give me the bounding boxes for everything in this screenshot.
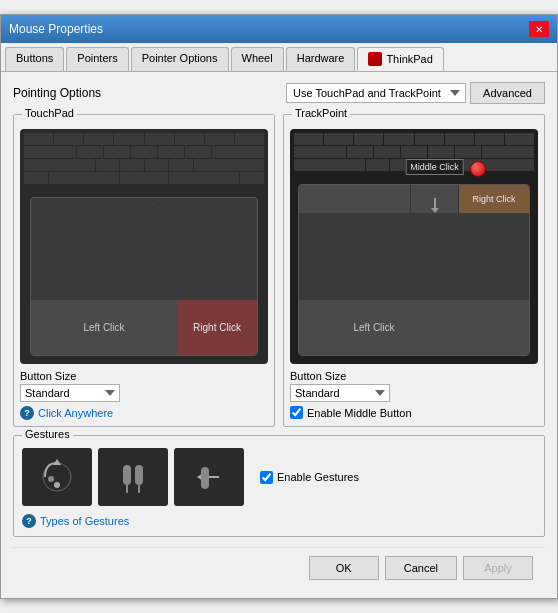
tab-pointer-options[interactable]: Pointer Options bbox=[131, 47, 229, 71]
trackpoint-button-size-row: Button Size bbox=[290, 370, 538, 382]
tab-thinkpad[interactable]: ThinkPad bbox=[357, 47, 443, 71]
apply-button[interactable]: Apply bbox=[463, 556, 533, 580]
trackpoint-bottom-buttons: Left Click bbox=[299, 300, 529, 355]
enable-middle-label: Enable Middle Button bbox=[307, 407, 412, 419]
pointing-options-row: Pointing Options Use TouchPad and TrackP… bbox=[13, 82, 545, 104]
svg-rect-4 bbox=[123, 465, 131, 485]
trackpoint-title: TrackPoint bbox=[292, 107, 350, 119]
svg-point-2 bbox=[54, 482, 60, 488]
enable-gestures-checkbox[interactable] bbox=[260, 471, 273, 484]
gesture-icon-swipe bbox=[174, 448, 244, 506]
trackpoint-visual: Middle Click Right Click bbox=[290, 129, 538, 364]
tab-hardware[interactable]: Hardware bbox=[286, 47, 356, 71]
pointing-options-select-row: Use TouchPad and TrackPoint Advanced bbox=[286, 82, 545, 104]
touchpad-surface: · · · · · · · Left Click Right Click bbox=[30, 197, 258, 356]
gestures-enable-section: Enable Gestures bbox=[250, 471, 359, 484]
advanced-button[interactable]: Advanced bbox=[470, 82, 545, 104]
svg-rect-7 bbox=[201, 467, 209, 489]
middle-click-label: Middle Click bbox=[405, 159, 464, 175]
enable-middle-checkbox[interactable] bbox=[290, 406, 303, 419]
gestures-help-icon[interactable]: ? bbox=[22, 514, 36, 528]
pointing-options-select[interactable]: Use TouchPad and TrackPoint bbox=[286, 83, 466, 103]
keyboard-sim bbox=[20, 129, 268, 189]
close-button[interactable]: ✕ bbox=[529, 21, 549, 37]
gesture-icon-rotate bbox=[22, 448, 92, 506]
trackpoint-right-button[interactable] bbox=[449, 300, 529, 355]
gestures-content: Enable Gestures bbox=[22, 448, 536, 506]
trackpoint-dots: · · · · · · · bbox=[299, 213, 529, 226]
ok-button[interactable]: OK bbox=[309, 556, 379, 580]
bottom-buttons: OK Cancel Apply bbox=[13, 547, 545, 588]
touchpad-button-size-label: Button Size bbox=[20, 370, 76, 382]
touchpad-dots: · · · · · · · bbox=[31, 201, 257, 208]
thinkpad-icon bbox=[368, 52, 382, 66]
touchpad-right-button[interactable]: Right Click bbox=[177, 300, 257, 355]
main-content: Pointing Options Use TouchPad and TrackP… bbox=[1, 72, 557, 598]
mouse-properties-window: Mouse Properties ✕ Buttons Pointers Poin… bbox=[0, 14, 558, 599]
trackpoint-panel: TrackPoint bbox=[283, 114, 545, 427]
svg-rect-5 bbox=[135, 465, 143, 485]
trackpoint-button-size-label: Button Size bbox=[290, 370, 346, 382]
gestures-group: Gestures bbox=[13, 435, 545, 537]
tab-bar: Buttons Pointers Pointer Options Wheel H… bbox=[1, 43, 557, 72]
tab-pointers[interactable]: Pointers bbox=[66, 47, 128, 71]
trackpoint-top-right[interactable]: Right Click bbox=[459, 185, 529, 213]
touchpad-button-size-row: Button Size bbox=[20, 370, 268, 382]
touchpad-help-row: ? Click Anywhere bbox=[20, 406, 268, 420]
enable-gestures-label: Enable Gestures bbox=[277, 471, 359, 483]
middle-click-arrow bbox=[431, 198, 439, 213]
touchpad-visual: · · · · · · · Left Click Right Click bbox=[20, 129, 268, 364]
touchpad-panel: TouchPad · · · · · · · bbox=[13, 114, 275, 427]
tab-wheel[interactable]: Wheel bbox=[231, 47, 284, 71]
touchpad-click-anywhere-label[interactable]: Click Anywhere bbox=[38, 407, 113, 419]
cancel-button[interactable]: Cancel bbox=[385, 556, 457, 580]
title-bar: Mouse Properties ✕ bbox=[1, 15, 557, 43]
enable-gestures-row: Enable Gestures bbox=[260, 471, 359, 484]
gestures-title: Gestures bbox=[22, 428, 73, 440]
trackpoint-surface: Middle Click Right Click bbox=[298, 184, 530, 356]
touchpad-title: TouchPad bbox=[22, 107, 77, 119]
trackpoint-left-button[interactable]: Left Click bbox=[299, 300, 449, 355]
touchpad-help-icon[interactable]: ? bbox=[20, 406, 34, 420]
svg-point-3 bbox=[48, 476, 54, 482]
svg-marker-1 bbox=[53, 459, 61, 465]
trackpoint-size-select[interactable]: Standard Small Large bbox=[290, 384, 390, 402]
trackpoint-middle-btn[interactable]: Middle Click bbox=[411, 185, 459, 213]
trackpoint-enable-middle-row: Enable Middle Button bbox=[290, 406, 538, 419]
trackpoint-top-left[interactable] bbox=[299, 185, 411, 213]
types-of-gestures-label[interactable]: Types of Gestures bbox=[40, 515, 129, 527]
gesture-icon-two-finger bbox=[98, 448, 168, 506]
window-title: Mouse Properties bbox=[9, 22, 103, 36]
tab-buttons[interactable]: Buttons bbox=[5, 47, 64, 71]
trackpoint-top-buttons: Middle Click Right Click bbox=[299, 185, 529, 213]
touchpad-left-button[interactable]: Left Click bbox=[31, 300, 177, 355]
trackpoint-nub bbox=[470, 161, 486, 177]
touchpad-size-select[interactable]: Standard Small Large bbox=[20, 384, 120, 402]
pointing-options-label: Pointing Options bbox=[13, 86, 101, 100]
panels-row: TouchPad · · · · · · · bbox=[13, 114, 545, 427]
gestures-help-row: ? Types of Gestures bbox=[22, 514, 536, 528]
